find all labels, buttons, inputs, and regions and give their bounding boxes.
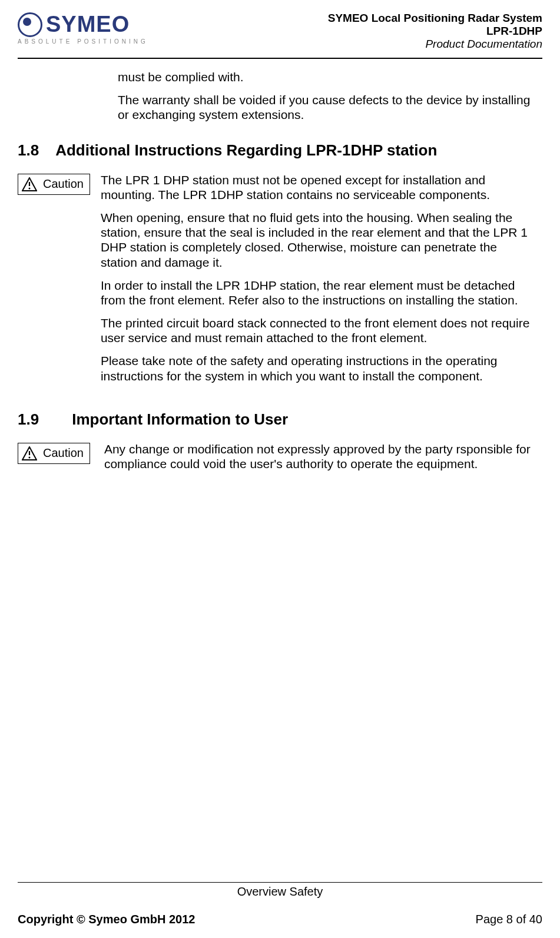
footer-row: Copyright © Symeo GmbH 2012 Page 8 of 40 (18, 902, 542, 926)
footer-divider (18, 882, 542, 883)
body-paragraph: Any change or modification not expressly… (104, 442, 536, 471)
caution-block: Caution The LPR 1 DHP station must not b… (18, 173, 542, 392)
logo-text: SYMEO (46, 12, 130, 37)
footer-page-number: Page 8 of 40 (476, 913, 542, 926)
section-number: 1.8 (18, 141, 39, 159)
body-paragraph: In order to install the LPR 1DHP station… (101, 278, 536, 307)
caution-body: Any change or modification not expressly… (101, 442, 542, 479)
caution-label: Caution (43, 446, 84, 460)
header-title-block: SYMEO Local Positioning Radar System LPR… (328, 12, 542, 51)
caution-label: Caution (43, 177, 84, 191)
logo-icon (18, 12, 42, 37)
body-paragraph: The LPR 1 DHP station must not be opened… (101, 173, 536, 202)
section-heading-1-8: 1.8Additional Instructions Regarding LPR… (18, 141, 542, 160)
section-title: Additional Instructions Regarding LPR-1D… (55, 141, 437, 159)
warning-icon (22, 177, 37, 191)
section-title: Important Information to User (72, 410, 288, 428)
warning-icon (22, 446, 37, 460)
section-heading-1-9: 1.9Important Information to User (18, 410, 542, 429)
footer-center-text: Overview Safety (18, 885, 542, 899)
caution-badge: Caution (18, 174, 90, 195)
caution-body: The LPR 1 DHP station must not be opened… (101, 173, 542, 392)
footer-copyright: Copyright © Symeo GmbH 2012 (18, 913, 195, 926)
logo-tagline: ABSOLUTE POSITIONING (18, 38, 148, 45)
header-line-2: LPR-1DHP (328, 25, 542, 38)
body-paragraph: The warranty shall be voided if you caus… (118, 92, 536, 122)
logo-row: SYMEO (18, 12, 148, 37)
logo-block: SYMEO ABSOLUTE POSITIONING (18, 12, 148, 45)
page-content: must be complied with. The warranty shal… (18, 69, 542, 479)
header-line-3: Product Documentation (328, 38, 542, 51)
page-header: SYMEO ABSOLUTE POSITIONING SYMEO Local P… (18, 12, 542, 55)
body-paragraph: Please take note of the safety and opera… (101, 353, 536, 383)
caution-block: Caution Any change or modification not e… (18, 442, 542, 479)
section-number: 1.9 (18, 410, 39, 428)
body-paragraph: When opening, ensure that no fluid gets … (101, 210, 536, 270)
body-paragraph: must be complied with. (118, 69, 536, 84)
header-line-1: SYMEO Local Positioning Radar System (328, 12, 542, 25)
svg-point-5 (29, 456, 31, 458)
caution-badge: Caution (18, 443, 90, 464)
body-paragraph: The printed circuit board stack connecte… (101, 316, 536, 345)
svg-point-2 (29, 187, 31, 189)
page-footer: Overview Safety Copyright © Symeo GmbH 2… (18, 882, 542, 926)
header-divider (18, 58, 542, 59)
